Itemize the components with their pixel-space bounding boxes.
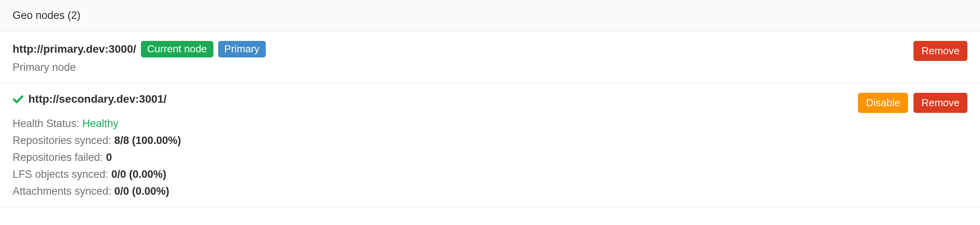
health-status-value: Healthy: [82, 118, 119, 129]
node-actions: Remove: [913, 41, 967, 61]
repos-synced-value: 8/8 (100.00%): [114, 135, 181, 146]
node-url: http://secondary.dev:3001/: [28, 93, 167, 105]
node-title-row: http://primary.dev:3000/ Current node Pr…: [13, 41, 266, 57]
health-status-row: Health Status: Healthy: [13, 118, 967, 130]
attachments-label: Attachments synced:: [13, 185, 114, 197]
check-icon: [13, 94, 24, 105]
remove-button[interactable]: Remove: [913, 41, 967, 61]
page-title: Geo nodes (2): [13, 9, 81, 21]
disable-button[interactable]: Disable: [858, 93, 908, 113]
node-title-row: http://secondary.dev:3001/: [13, 93, 167, 105]
geo-node-secondary: http://secondary.dev:3001/ Disable Remov…: [0, 83, 980, 207]
lfs-value: 0/0 (0.00%): [111, 168, 167, 180]
node-url: http://primary.dev:3000/: [13, 43, 136, 55]
lfs-synced-row: LFS objects synced: 0/0 (0.00%): [13, 168, 967, 181]
primary-badge: Primary: [218, 41, 266, 57]
repos-synced-row: Repositories synced: 8/8 (100.00%): [13, 135, 967, 147]
repos-failed-label: Repositories failed:: [13, 151, 106, 163]
remove-button[interactable]: Remove: [913, 93, 967, 113]
attachments-value: 0/0 (0.00%): [114, 185, 169, 197]
page-header: Geo nodes (2): [0, 0, 980, 31]
repos-failed-row: Repositories failed: 0: [13, 151, 967, 164]
repos-failed-value: 0: [106, 151, 112, 163]
health-status-label: Health Status:: [13, 118, 82, 129]
geo-node-primary: http://primary.dev:3000/ Current node Pr…: [0, 31, 980, 83]
node-subtitle: Primary node: [13, 61, 266, 74]
current-node-badge: Current node: [141, 41, 213, 57]
attachments-synced-row: Attachments synced: 0/0 (0.00%): [13, 185, 967, 197]
lfs-label: LFS objects synced:: [13, 168, 111, 180]
node-actions: Disable Remove: [858, 93, 967, 113]
repos-synced-label: Repositories synced:: [13, 135, 114, 146]
